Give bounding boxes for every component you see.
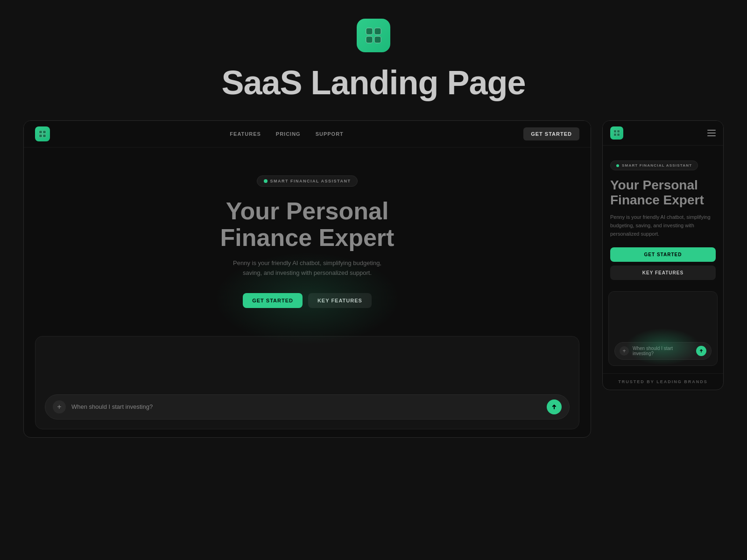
app-logo-icon: [357, 19, 390, 52]
mobile-nav-logo: [610, 126, 623, 140]
svg-rect-5: [43, 131, 46, 133]
hero-badge: SMART FINANCIAL ASSISTANT: [257, 175, 358, 187]
mobile-nav: [603, 121, 723, 146]
page-title: SaaS Landing Page: [221, 63, 525, 102]
svg-rect-1: [374, 28, 381, 35]
desktop-chat-area: + When should I start investing?: [35, 336, 579, 429]
mobile-menu-button[interactable]: [707, 130, 716, 136]
hero-title-line1: Your Personal: [226, 197, 389, 224]
svg-rect-10: [614, 133, 617, 136]
hero-title-line2: Finance Expert: [220, 224, 395, 251]
hero-get-started-button[interactable]: GET STARTED: [243, 293, 303, 308]
mobile-get-started-button[interactable]: GET STARTED: [610, 247, 716, 262]
mobile-hero-subtitle: Penny is your friendly AI chatbot, simpl…: [610, 213, 716, 238]
svg-rect-4: [39, 131, 42, 133]
mobile-hero-title-line2: Finance Expert: [610, 193, 704, 207]
hero-subtitle: Penny is your friendly AI chatbot, simpl…: [233, 259, 382, 278]
svg-rect-2: [366, 36, 373, 43]
mobile-badge-dot: [616, 164, 619, 167]
mobile-chat-attach-button[interactable]: +: [620, 346, 629, 356]
chat-send-button[interactable]: [547, 399, 562, 414]
svg-rect-8: [614, 130, 617, 133]
mobile-key-features-button[interactable]: KEY FEATURES: [610, 266, 716, 280]
hero-title: Your Personal Finance Expert: [220, 198, 395, 251]
nav-support[interactable]: SUPPORT: [316, 131, 344, 137]
svg-rect-0: [366, 28, 373, 35]
mobile-chat-area: + When should I start investing?: [608, 291, 718, 366]
hero-key-features-button[interactable]: KEY FEATURES: [308, 293, 372, 308]
mobile-chat-send-button[interactable]: [696, 346, 706, 356]
nav-logo: [35, 126, 50, 141]
svg-rect-9: [617, 130, 620, 133]
mobile-hero-badge: SMART FINANCIAL ASSISTANT: [610, 161, 698, 170]
mobile-hero-title: Your Personal Finance Expert: [610, 178, 704, 208]
mobile-chat-input-placeholder[interactable]: When should I start investing?: [633, 346, 692, 356]
svg-rect-7: [43, 134, 46, 137]
mobile-chat-input-bar[interactable]: + When should I start investing?: [614, 342, 712, 360]
svg-rect-11: [617, 133, 620, 136]
hero-buttons: GET STARTED KEY FEATURES: [243, 293, 372, 308]
key-features-label: TRUSTED BY LEADING BRANDS: [610, 379, 716, 384]
desktop-hero: SMART FINANCIAL ASSISTANT Your Personal …: [24, 147, 591, 327]
key-features-section: TRUSTED BY LEADING BRANDS: [603, 373, 723, 390]
nav-features[interactable]: FEATURES: [230, 131, 261, 137]
nav-cta-button[interactable]: GET STARTED: [523, 127, 579, 140]
nav-pricing[interactable]: PRICING: [276, 131, 301, 137]
svg-rect-6: [39, 134, 42, 137]
badge-dot: [264, 179, 268, 183]
desktop-preview: FEATURES PRICING SUPPORT GET STARTED SMA…: [23, 120, 591, 438]
mobile-badge-text: SMART FINANCIAL ASSISTANT: [622, 163, 692, 168]
chat-attach-button[interactable]: +: [53, 400, 66, 413]
svg-rect-3: [374, 36, 381, 43]
mobile-preview: SMART FINANCIAL ASSISTANT Your Personal …: [602, 120, 724, 390]
chat-input-bar[interactable]: + When should I start investing?: [45, 394, 570, 420]
chat-input-placeholder[interactable]: When should I start investing?: [71, 403, 541, 410]
badge-text: SMART FINANCIAL ASSISTANT: [270, 179, 351, 183]
page-header: SaaS Landing Page: [221, 19, 525, 102]
mobile-hero: SMART FINANCIAL ASSISTANT Your Personal …: [603, 146, 723, 291]
previews-container: FEATURES PRICING SUPPORT GET STARTED SMA…: [23, 120, 724, 438]
desktop-nav: FEATURES PRICING SUPPORT GET STARTED: [24, 121, 591, 147]
mobile-hero-title-line1: Your Personal: [610, 178, 698, 192]
nav-links: FEATURES PRICING SUPPORT: [230, 131, 344, 137]
